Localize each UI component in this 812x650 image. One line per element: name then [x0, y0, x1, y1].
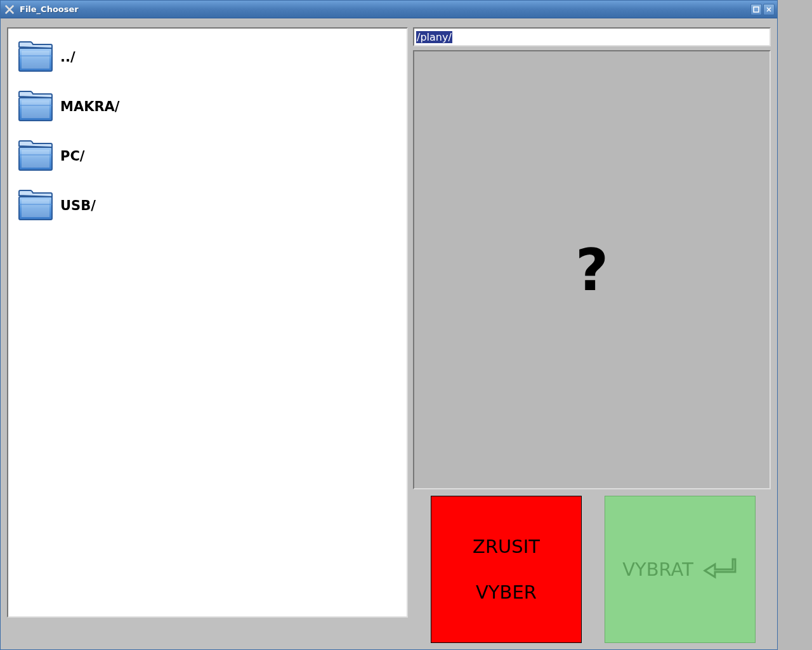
- file-label: PC/: [60, 149, 84, 164]
- svg-rect-6: [22, 150, 49, 168]
- file-label: ../: [60, 50, 75, 65]
- folder-icon: [13, 84, 58, 129]
- folder-icon: [13, 134, 58, 178]
- file-row-makra[interactable]: MAKRA/: [12, 82, 403, 131]
- preview-placeholder: ?: [575, 237, 608, 303]
- maximize-button[interactable]: [750, 4, 762, 15]
- file-chooser-window: File_Chooser: [0, 0, 778, 650]
- select-label: VYBRAT: [622, 559, 693, 580]
- close-button[interactable]: [763, 4, 775, 15]
- svg-rect-2: [22, 51, 49, 69]
- titlebar[interactable]: File_Chooser: [1, 1, 777, 18]
- cancel-label-line1: ZRUSIT: [473, 536, 540, 557]
- window-app-icon: [3, 3, 16, 16]
- file-row-parent[interactable]: ../: [12, 32, 403, 82]
- file-label: MAKRA/: [60, 99, 120, 114]
- right-panel: /plany/ ? ZRUSIT VYBER VYBRAT: [413, 27, 771, 643]
- select-button[interactable]: VYBRAT: [605, 496, 756, 643]
- svg-rect-8: [22, 199, 49, 217]
- file-row-usb[interactable]: USB/: [12, 181, 403, 230]
- cancel-label-line2: VYBER: [476, 581, 537, 603]
- path-input[interactable]: /plany/: [413, 27, 771, 46]
- content-area: ../ MAKRA/: [1, 18, 777, 649]
- svg-rect-4: [22, 100, 49, 118]
- file-label: USB/: [60, 198, 96, 213]
- file-row-pc[interactable]: PC/: [12, 131, 403, 181]
- window-title: File_Chooser: [20, 4, 750, 14]
- path-value: /plany/: [416, 31, 452, 43]
- folder-icon: [13, 183, 58, 228]
- button-row: ZRUSIT VYBER VYBRAT: [413, 493, 771, 643]
- file-list[interactable]: ../ MAKRA/: [7, 27, 408, 618]
- preview-area: ?: [413, 50, 771, 489]
- svg-rect-0: [754, 7, 759, 12]
- folder-icon: [13, 35, 58, 79]
- cancel-button[interactable]: ZRUSIT VYBER: [431, 496, 582, 643]
- enter-icon: [702, 555, 738, 583]
